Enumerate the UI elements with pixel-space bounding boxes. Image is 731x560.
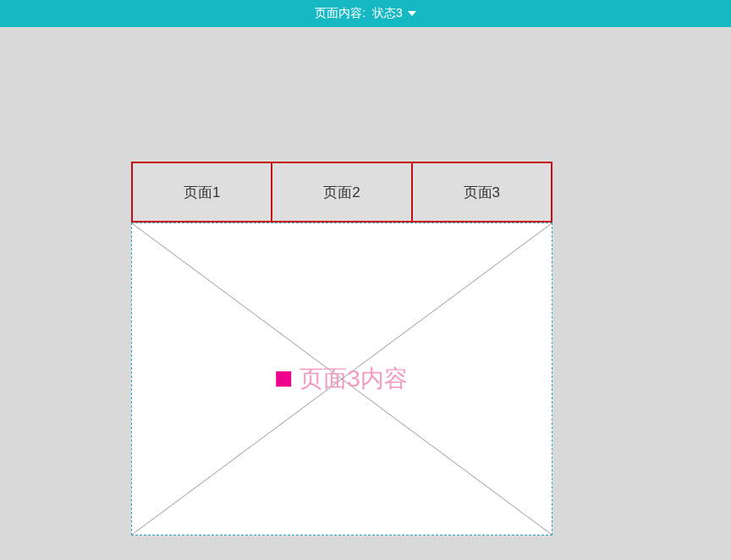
square-marker-icon: [276, 371, 291, 387]
header-bar: 页面内容: 状态3: [0, 0, 731, 27]
tab-label: 页面1: [184, 183, 220, 202]
state-selector[interactable]: 状态3: [372, 6, 416, 21]
tab-page1[interactable]: 页面1: [131, 162, 272, 222]
stage: 页面1 页面2 页面3 页面3内容: [0, 27, 731, 560]
tab-page2[interactable]: 页面2: [271, 162, 412, 222]
content-text: 页面3内容: [300, 363, 408, 395]
tab-page3[interactable]: 页面3: [411, 162, 552, 222]
header-label: 页面内容:: [315, 6, 366, 21]
tabs-container: 页面1 页面2 页面3: [131, 162, 552, 222]
tab-label: 页面2: [323, 183, 360, 202]
chevron-down-icon: [408, 11, 416, 16]
state-value: 状态3: [372, 6, 403, 21]
content-panel[interactable]: 页面3内容: [131, 222, 552, 535]
content-center: 页面3内容: [276, 363, 408, 395]
tab-label: 页面3: [464, 183, 500, 202]
